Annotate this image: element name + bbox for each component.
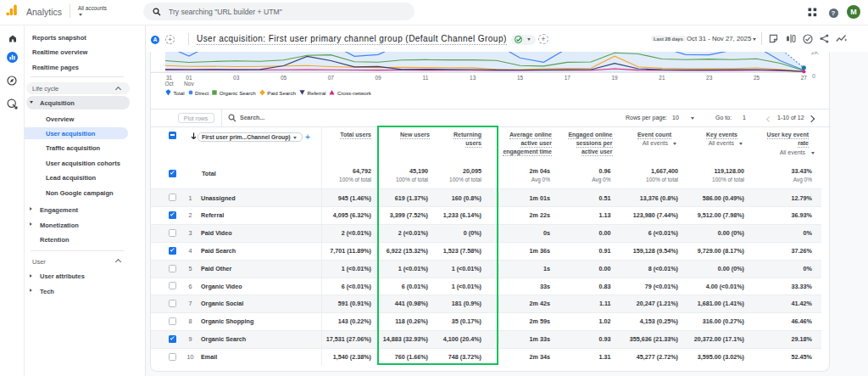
svg-text:0: 0 [812,73,815,79]
svg-text:2K: 2K [811,52,819,55]
